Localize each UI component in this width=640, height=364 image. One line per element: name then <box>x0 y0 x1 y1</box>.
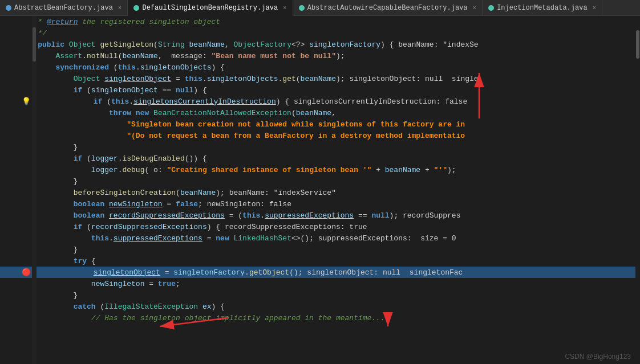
left-scroll-indicator[interactable] <box>32 16 37 364</box>
code-line-3: public Object getSingleton(String beanNa… <box>0 39 640 50</box>
line-content-17: boolean newSingleton = false; newSinglet… <box>20 200 640 208</box>
line-content-1: * @return the registered singleton objec… <box>20 18 640 26</box>
line-content-7: if (singletonObject == null) { <box>20 86 640 95</box>
code-line-19: if (recordSuppressedExceptions) { record… <box>0 221 640 232</box>
tab-abstractbeanfactory[interactable]: AbstractBeanFactory.java × <box>0 0 128 15</box>
code-line-16: beforeSingletonCreation(beanName); beanN… <box>0 187 640 198</box>
tab-icon-autowire <box>299 5 305 11</box>
tab-label-1: DefaultSingletonBeanRegistry.java <box>142 4 278 12</box>
watermark: CSDN @BigHong123 <box>565 353 631 361</box>
code-line-23: 🔴 singletonObject = singletonFactory.get… <box>0 267 640 278</box>
code-line-17: boolean newSingleton = false; newSinglet… <box>0 198 640 210</box>
line-content-26: catch (IllegalStateException ex) { <box>20 302 640 311</box>
code-line-1: * @return the registered singleton objec… <box>0 16 640 27</box>
line-content-9: throw new BeanCreationNotAllowedExceptio… <box>20 109 640 117</box>
right-scrollbar[interactable] <box>635 16 640 364</box>
line-content-16: beforeSingletonCreation(beanName); beanN… <box>20 189 640 197</box>
line-content-21: } <box>20 246 640 254</box>
code-line-5: synchronized (this.singletonObjects) { <box>0 62 640 73</box>
code-line-22: try { <box>0 255 640 267</box>
line-content-2: */ <box>20 29 640 38</box>
line-content-18: boolean recordSuppressedExceptions = (th… <box>20 211 640 220</box>
line-content-3: public Object getSingleton(String beanNa… <box>20 40 640 49</box>
code-line-21: } <box>0 244 640 255</box>
tab-label-0: AbstractBeanFactory.java <box>14 4 113 12</box>
code-line-13: if (logger.isDebugEnabled()) { <box>0 153 640 164</box>
tab-icon-abstract <box>6 5 11 11</box>
code-content: * @return the registered singleton objec… <box>0 16 640 364</box>
code-line-7: if (singletonObject == null) { <box>0 84 640 96</box>
code-line-20: this.suppressedExceptions = new LinkedHa… <box>0 232 640 244</box>
tab-injectionmetadata[interactable]: InjectionMetadata.java × <box>483 0 602 15</box>
line-content-13: if (logger.isDebugEnabled()) { <box>20 154 640 163</box>
line-content-27: // Has the singleton object implicitly a… <box>20 314 640 322</box>
code-line-25: } <box>0 289 640 301</box>
tab-abstractautowire[interactable]: AbstractAutowireCapableBeanFactory.java … <box>293 0 483 15</box>
code-line-15: } <box>0 175 640 187</box>
line-content-15: } <box>20 177 640 186</box>
editor: * @return the registered singleton objec… <box>0 16 640 364</box>
code-line-12: } <box>0 141 640 153</box>
line-content-22: try { <box>20 257 640 265</box>
line-content-23: singletonObject = singletonFactory.getOb… <box>20 268 640 277</box>
line-content-14: logger.debug( o: "Creating shared instan… <box>20 166 640 174</box>
bulb-icon: 💡 <box>22 97 31 106</box>
line-content-24: newSingleton = true; <box>20 280 640 288</box>
close-tab-3[interactable]: × <box>593 5 597 11</box>
tab-label-2: AbstractAutowireCapableBeanFactory.java <box>307 4 468 12</box>
line-content-8: if (this.singletonsCurrentlyInDestructio… <box>20 97 640 106</box>
line-content-12: } <box>20 143 640 152</box>
tab-defaultsingleton[interactable]: DefaultSingletonBeanRegistry.java × <box>128 0 293 16</box>
code-line-4: Assert.notNull(beanName, message: "Bean … <box>0 50 640 62</box>
close-tab-2[interactable]: × <box>473 5 477 11</box>
code-line-18: boolean recordSuppressedExceptions = (th… <box>0 210 640 221</box>
close-tab-1[interactable]: × <box>283 5 287 11</box>
line-content-25: } <box>20 291 640 300</box>
code-line-26: catch (IllegalStateException ex) { <box>0 301 640 312</box>
code-line-11: "(Do not request a bean from a BeanFacto… <box>0 130 640 141</box>
error-icon: 🔴 <box>22 268 31 277</box>
code-line-24: newSingleton = true; <box>0 278 640 289</box>
code-line-8: 💡 if (this.singletonsCurrentlyInDestruct… <box>0 96 640 107</box>
code-line-2: */ <box>0 27 640 39</box>
code-line-9: throw new BeanCreationNotAllowedExceptio… <box>0 107 640 118</box>
tab-icon-default <box>133 5 139 11</box>
code-line-14: logger.debug( o: "Creating shared instan… <box>0 164 640 175</box>
tab-bar: AbstractBeanFactory.java × DefaultSingle… <box>0 0 640 16</box>
tab-icon-injection <box>488 5 494 11</box>
line-content-19: if (recordSuppressedExceptions) { record… <box>20 223 640 231</box>
code-line-10: "Singleton bean creation not allowed whi… <box>0 118 640 130</box>
line-content-10: "Singleton bean creation not allowed whi… <box>20 120 640 129</box>
line-content-6: Object singletonObject = this.singletonO… <box>20 75 640 83</box>
line-content-4: Assert.notNull(beanName, message: "Bean … <box>20 52 640 60</box>
close-tab-0[interactable]: × <box>118 5 122 11</box>
line-content-20: this.suppressedExceptions = new LinkedHa… <box>20 234 640 243</box>
line-content-11: "(Do not request a bean from a BeanFacto… <box>20 132 640 140</box>
code-line-27: // Has the singleton object implicitly a… <box>0 312 640 324</box>
code-line-6: Object singletonObject = this.singletonO… <box>0 73 640 84</box>
line-content-5: synchronized (this.singletonObjects) { <box>20 63 640 72</box>
tab-label-3: InjectionMetadata.java <box>497 4 587 12</box>
